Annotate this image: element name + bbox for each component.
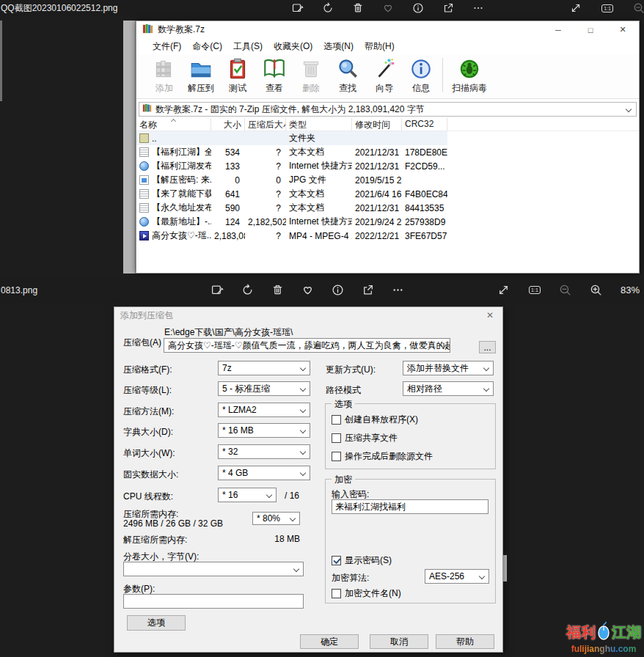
dialog-close-icon[interactable]: ✕ bbox=[477, 307, 502, 323]
dialog-right-sliver bbox=[503, 555, 507, 581]
method-select[interactable]: * LZMA2 bbox=[218, 403, 310, 417]
background-window-sliver bbox=[123, 21, 136, 274]
share-icon[interactable] bbox=[356, 284, 378, 297]
column-type[interactable]: 类型 bbox=[286, 118, 352, 131]
maximize-button[interactable]: □ bbox=[574, 26, 607, 34]
word-size-select[interactable]: * 32 bbox=[218, 444, 310, 459]
table-row[interactable]: 【解压密码: 来... 00 JPG 文件2019/5/15 22... bbox=[136, 173, 639, 187]
memory-decompress-value: 18 MB bbox=[252, 534, 300, 544]
options-button[interactable]: 选项 bbox=[127, 615, 186, 631]
parameters-input[interactable] bbox=[123, 594, 304, 609]
minimize-button[interactable]: ─ bbox=[542, 26, 574, 34]
menu-file[interactable]: 文件(F) bbox=[153, 40, 181, 53]
create-sfx-checkbox[interactable]: 创建自释放程序(X) bbox=[332, 414, 418, 426]
wizard-button[interactable]: 向导 bbox=[366, 55, 403, 95]
encryption-method-select[interactable]: AES-256 bbox=[425, 569, 489, 584]
more-icon[interactable] bbox=[467, 1, 489, 15]
menubar: 文件(F) 命令(C) 工具(S) 收藏夹(O) 选项(N) 帮助(H) bbox=[136, 38, 639, 55]
delete-after-checkbox[interactable]: 操作完成后删除源文件 bbox=[332, 450, 433, 463]
favorite-icon[interactable] bbox=[377, 1, 399, 15]
zoom-out-icon[interactable] bbox=[555, 284, 577, 297]
show-password-checkbox[interactable]: 显示密码(S) bbox=[332, 554, 392, 567]
dialog-titlebar[interactable]: 添加到压缩包 bbox=[114, 307, 502, 323]
add-button[interactable]: 添加 bbox=[146, 55, 183, 95]
fullscreen-icon[interactable] bbox=[565, 1, 587, 15]
delete-icon[interactable] bbox=[266, 284, 288, 297]
rotate-icon[interactable] bbox=[236, 284, 258, 297]
extract-button[interactable]: 解压到 bbox=[183, 55, 219, 95]
menu-help[interactable]: 帮助(H) bbox=[365, 40, 395, 53]
path-mode-select[interactable]: 相对路径 bbox=[403, 381, 494, 396]
scan-virus-button[interactable]: 扫描病毒 bbox=[447, 55, 491, 95]
method-label: 压缩方法(M): bbox=[123, 405, 174, 418]
cancel-button[interactable]: 取消 bbox=[370, 634, 428, 649]
level-select[interactable]: 5 - 标准压缩 bbox=[218, 381, 310, 396]
watermark-text-left: 福利 bbox=[566, 625, 596, 639]
screenshot-stage: QQ截图20230106022512.png 1:1 数学教案.7z ─ □ bbox=[0, 0, 644, 657]
archive-name-combo[interactable]: 高分女孩♡-瑶瑶-♡颜值气质一流，舔遍吃鸡，两人互为良禽，做爱真的超级爽，尽管外 bbox=[164, 338, 450, 353]
info-icon[interactable] bbox=[407, 1, 429, 15]
volume-size-combo[interactable] bbox=[123, 562, 304, 576]
path-mode-label: 路径模式 bbox=[326, 384, 361, 397]
cpu-threads-select[interactable]: * 16 bbox=[218, 488, 277, 502]
chevron-down-icon[interactable] bbox=[626, 106, 632, 112]
compress-shared-checkbox[interactable]: 压缩共享文件 bbox=[332, 432, 398, 444]
find-button[interactable]: 查找 bbox=[329, 55, 366, 95]
column-size[interactable]: 大小 bbox=[211, 118, 245, 131]
add-books-icon bbox=[152, 56, 177, 81]
view-button[interactable]: 查看 bbox=[256, 55, 293, 95]
top-viewer-toolbar: QQ截图20230106022512.png 1:1 bbox=[0, 0, 644, 16]
delete-icon[interactable] bbox=[347, 1, 369, 15]
table-row[interactable]: 【福利江湖】全... 534? 文本文档2021/12/31 1...178DE… bbox=[136, 145, 639, 159]
column-crc32[interactable]: CRC32 bbox=[402, 118, 447, 131]
zoom-in-icon[interactable] bbox=[585, 284, 607, 297]
options-group: 选项 创建自释放程序(X) 压缩共享文件 操作完成后删除源文件 bbox=[325, 403, 496, 469]
share-icon[interactable] bbox=[437, 1, 459, 15]
column-modified[interactable]: 修改时间 bbox=[352, 118, 402, 131]
update-mode-label: 更新方式(U): bbox=[326, 364, 376, 376]
memory-percent-select[interactable]: * 80% bbox=[252, 512, 300, 525]
solid-size-select[interactable]: * 4 GB bbox=[218, 466, 310, 480]
table-row[interactable]: 【最新地址】-... 1242,182,502,... Internet 快捷方… bbox=[136, 215, 639, 229]
update-mode-select[interactable]: 添加并替换文件 bbox=[403, 361, 494, 375]
table-row[interactable]: 【来了就能下载... 641? 文本文档2021/6/4 16:07F4B0EC… bbox=[136, 187, 639, 201]
rotate-icon[interactable] bbox=[317, 1, 339, 15]
table-row[interactable]: 高分女孩♡-瑶... 2,183,089,...? MP4 - MPEG-4 .… bbox=[136, 229, 639, 243]
password-input[interactable] bbox=[332, 499, 489, 514]
format-select[interactable]: 7z bbox=[218, 361, 310, 375]
image-file-icon bbox=[139, 175, 149, 185]
table-row[interactable]: 【福利江湖发布... 133? Internet 快捷方式2021/12/31 … bbox=[136, 159, 639, 173]
edit-image-icon[interactable] bbox=[206, 284, 228, 297]
edit-image-icon[interactable] bbox=[287, 1, 309, 15]
zoom-out-icon[interactable] bbox=[628, 1, 644, 15]
toolbar-separator bbox=[442, 58, 443, 92]
browse-button[interactable]: ... bbox=[479, 341, 496, 353]
fullscreen-icon[interactable] bbox=[493, 284, 515, 297]
close-button[interactable]: ✕ bbox=[607, 25, 639, 34]
menu-tools[interactable]: 工具(S) bbox=[233, 40, 263, 53]
favorite-icon[interactable] bbox=[296, 284, 318, 297]
address-bar[interactable]: 数学教案.7z - 固实的 7-Zip 压缩文件, 解包大小为 2,183,09… bbox=[139, 102, 637, 117]
actual-size-icon[interactable]: 1:1 bbox=[596, 1, 618, 15]
find-magnifier-icon bbox=[335, 56, 360, 81]
sevenzip-titlebar[interactable]: 数学教案.7z ─ □ ✕ bbox=[136, 21, 639, 38]
ok-button[interactable]: 确定 bbox=[300, 634, 359, 649]
help-button[interactable]: 帮助 bbox=[436, 634, 494, 649]
site-watermark: 福利 江湖 fulijianghu.com bbox=[566, 621, 642, 654]
encrypt-filenames-checkbox[interactable]: 加密文件名(N) bbox=[332, 587, 401, 600]
test-button[interactable]: 测试 bbox=[219, 55, 256, 95]
column-packed-size[interactable]: 压缩后大小 bbox=[245, 118, 286, 131]
actual-size-icon[interactable]: 1:1 bbox=[524, 284, 546, 297]
checkbox-icon bbox=[332, 589, 341, 598]
menu-commands[interactable]: 命令(C) bbox=[192, 40, 222, 53]
delete-button[interactable]: 删除 bbox=[293, 55, 329, 95]
column-name[interactable]: 名称 bbox=[136, 118, 211, 131]
info-icon[interactable] bbox=[326, 284, 348, 297]
menu-favorites[interactable]: 收藏夹(O) bbox=[274, 40, 312, 53]
info-button[interactable]: 信息 bbox=[403, 55, 439, 95]
more-icon[interactable] bbox=[387, 284, 409, 297]
table-row[interactable]: .. 文件夹 bbox=[136, 131, 639, 145]
dictionary-select[interactable]: * 16 MB bbox=[218, 423, 310, 438]
table-row[interactable]: 【永久地址发布... 590? 文本文档2021/12/31 1...84413… bbox=[136, 201, 639, 215]
menu-options[interactable]: 选项(N) bbox=[323, 40, 354, 53]
